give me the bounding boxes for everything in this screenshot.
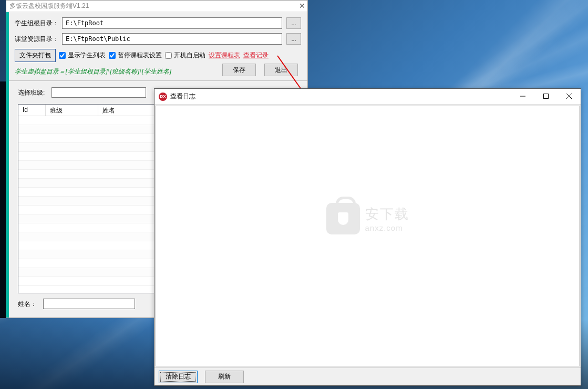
watermark: 安下载 anxz.com [326, 203, 409, 234]
table-header: Id 班级 姓名 [18, 105, 157, 116]
clear-log-button[interactable]: 清除日志 [159, 371, 198, 383]
left-accent-bar [6, 12, 9, 318]
table-row[interactable] [18, 179, 157, 188]
log-footer: 清除日志 刷新 [154, 367, 581, 385]
col-name: 姓名 [98, 105, 157, 116]
log-close-button[interactable] [558, 89, 581, 104]
root-dir-label: 学生组根目录： [15, 19, 62, 28]
table-row[interactable] [18, 197, 157, 206]
set-schedule-link[interactable]: 设置课程表 [209, 51, 240, 60]
main-close-button[interactable]: ✕ [299, 2, 305, 10]
table-row[interactable] [18, 206, 157, 214]
pause-schedule-checkbox[interactable] [109, 52, 116, 59]
table-row[interactable] [18, 125, 157, 134]
table-row[interactable] [18, 277, 157, 286]
bottom-name-label: 姓名： [18, 300, 43, 309]
root-dir-input[interactable] [62, 17, 282, 29]
table-row[interactable] [18, 116, 157, 125]
dx-icon: DX [159, 93, 167, 101]
select-class-input[interactable] [51, 87, 146, 98]
root-dir-browse-button[interactable]: ... [286, 17, 301, 29]
config-section: 学生组根目录： ... 课堂资源目录： ... 文件夹打包 显示学生列表 暂停课… [6, 12, 307, 81]
svg-rect-2 [544, 94, 549, 99]
select-class-label: 选择班级: [18, 88, 51, 97]
maximize-button[interactable] [534, 89, 558, 104]
show-student-list-label: 显示学生列表 [68, 51, 106, 60]
col-id: Id [18, 105, 46, 116]
log-viewer-window: DX 查看日志 安下载 anxz.com 清除日志 刷新 [154, 88, 581, 386]
student-table[interactable]: Id 班级 姓名 [18, 104, 158, 293]
minimize-button[interactable] [511, 89, 534, 104]
resource-dir-input[interactable] [62, 33, 282, 45]
main-titlebar: 多饭云盘校园版服务端V1.21 ✕ [6, 1, 307, 12]
col-class: 班级 [46, 105, 98, 116]
table-row[interactable] [18, 143, 157, 152]
autostart-checkbox[interactable] [165, 52, 172, 59]
log-title: 查看日志 [170, 92, 195, 101]
table-row[interactable] [18, 259, 157, 268]
resource-dir-label: 课堂资源目录： [15, 35, 62, 44]
folder-pack-button[interactable]: 文件夹打包 [15, 49, 56, 62]
refresh-log-button[interactable]: 刷新 [205, 371, 244, 383]
resource-dir-browse-button[interactable]: ... [286, 33, 301, 45]
log-content-area[interactable]: 安下载 anxz.com [156, 106, 580, 366]
table-row[interactable] [18, 223, 157, 232]
table-body [18, 116, 157, 293]
view-log-link[interactable]: 查看记录 [243, 51, 269, 60]
table-row[interactable] [18, 134, 157, 143]
show-student-list-checkbox[interactable] [59, 52, 66, 59]
log-titlebar[interactable]: DX 查看日志 [154, 89, 581, 105]
table-row[interactable] [18, 250, 157, 259]
exit-button[interactable]: 退出 [264, 64, 298, 76]
table-row[interactable] [18, 188, 157, 197]
watermark-en: anxz.com [365, 223, 409, 232]
save-button[interactable]: 保存 [222, 64, 256, 76]
table-row[interactable] [18, 170, 157, 179]
table-row[interactable] [18, 214, 157, 223]
pause-schedule-label: 暂停课程表设置 [118, 51, 162, 60]
main-title: 多饭云盘校园版服务端V1.21 [9, 2, 89, 11]
watermark-bag-icon [326, 203, 360, 234]
bottom-name-input[interactable] [43, 299, 135, 309]
table-row[interactable] [18, 232, 157, 241]
table-row[interactable] [18, 161, 157, 170]
table-row[interactable] [18, 152, 157, 161]
table-row[interactable] [18, 241, 157, 250]
table-row[interactable] [18, 268, 157, 277]
watermark-cn: 安下载 [365, 205, 409, 223]
autostart-label: 开机自启动 [174, 51, 205, 60]
